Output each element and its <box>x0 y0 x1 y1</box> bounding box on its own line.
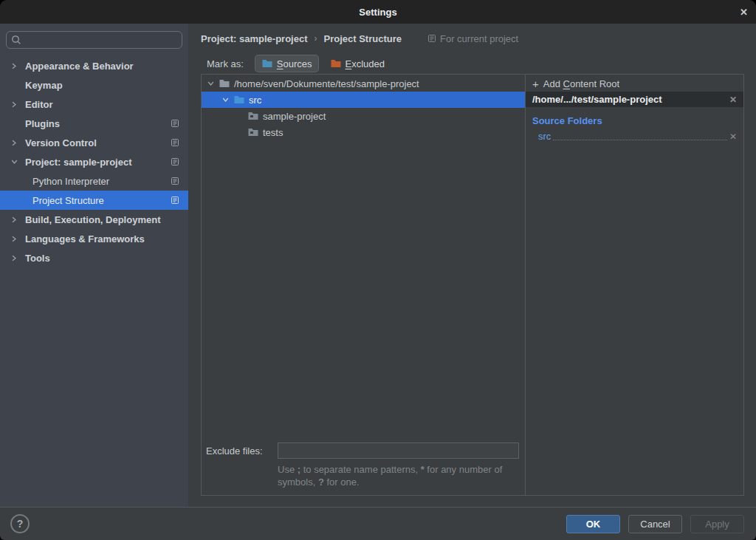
sidebar-item-version-control[interactable]: Version Control <box>0 133 188 152</box>
sidebar-item-python-interpreter[interactable]: Python Interpreter <box>0 171 188 191</box>
sidebar-item-label: Plugins <box>25 118 60 129</box>
project-settings-icon <box>171 133 179 152</box>
chevron-right-icon <box>11 56 17 75</box>
sidebar-item-label: Languages & Frameworks <box>25 233 145 245</box>
sidebar-item-build-execution-deployment[interactable]: Build, Execution, Deployment <box>0 210 188 229</box>
cancel-button[interactable]: Cancel <box>628 515 682 533</box>
exclude-files-hint: Use ; to separate name patterns, * for a… <box>278 464 525 489</box>
mark-as-sources-button[interactable]: Sources <box>255 55 318 72</box>
sidebar-item-label: Editor <box>25 99 53 110</box>
mark-as-label: Mark as: <box>207 58 244 69</box>
breadcrumb: Project: sample-project › Project Struct… <box>201 28 744 49</box>
folder-icon <box>247 110 259 122</box>
content-root-path-row[interactable]: /home/.../test/sample-project ✕ <box>526 92 743 107</box>
window-titlebar: Settings ✕ <box>0 0 756 24</box>
search-input[interactable] <box>25 35 177 46</box>
source-folder-name: src <box>538 131 551 142</box>
sidebar-item-plugins[interactable]: Plugins <box>0 114 188 133</box>
content-roots-panel: + Add Content Root /home/.../test/sample… <box>526 75 743 495</box>
sources-label: Sources <box>277 58 312 69</box>
content-root-tree-panel: /home/sven/Dokumente/test/sample-project… <box>202 75 526 495</box>
sidebar-item-project-sample-project[interactable]: Project: sample-project <box>0 152 188 171</box>
add-content-root-button[interactable]: + Add Content Root <box>526 76 743 92</box>
page-title: Project Structure <box>324 33 402 44</box>
source-folder-icon <box>233 94 245 106</box>
exclude-files-input[interactable] <box>278 442 519 459</box>
project-settings-icon <box>171 191 179 210</box>
dotted-leader <box>553 132 727 141</box>
chevron-right-icon <box>11 95 17 114</box>
remove-content-root-icon[interactable]: ✕ <box>729 95 737 105</box>
ok-button[interactable]: OK <box>566 515 620 533</box>
question-mark-icon: ? <box>17 518 24 530</box>
folder-icon <box>247 126 259 138</box>
mark-as-toolbar: Mark as: Sources Excluded <box>207 53 391 74</box>
excluded-folder-icon <box>330 58 342 69</box>
sidebar-item-label: Tools <box>25 253 50 264</box>
excluded-label: Excluded <box>346 58 385 69</box>
tree-row-src[interactable]: src <box>202 92 525 108</box>
settings-content: Project: sample-project › Project Struct… <box>188 24 756 507</box>
chevron-right-icon <box>11 229 17 248</box>
project-settings-icon <box>171 152 179 171</box>
sidebar-item-languages-frameworks[interactable]: Languages & Frameworks <box>0 229 188 248</box>
sidebar-item-editor[interactable]: Editor <box>0 95 188 114</box>
sidebar-item-label: Keymap <box>25 80 63 91</box>
remove-source-folder-icon[interactable]: ✕ <box>729 131 737 142</box>
sidebar-item-label: Project: sample-project <box>25 157 132 168</box>
sidebar-item-label: Python Interpreter <box>32 176 109 187</box>
help-button[interactable]: ? <box>10 514 30 533</box>
sidebar-item-project-structure[interactable]: Project Structure <box>0 191 188 210</box>
tree-node-label: tests <box>263 127 283 138</box>
sidebar-item-label: Version Control <box>25 137 97 148</box>
source-folders-heading: Source Folders <box>526 107 743 129</box>
sources-folder-icon <box>261 58 273 69</box>
sidebar-item-label: Appearance & Behavior <box>25 61 134 72</box>
apply-button[interactable]: Apply <box>690 515 744 533</box>
breadcrumb-project[interactable]: Project: sample-project <box>201 33 308 44</box>
folder-icon <box>219 78 230 89</box>
mark-as-excluded-button[interactable]: Excluded <box>324 55 391 72</box>
chevron-down-icon[interactable] <box>206 81 215 86</box>
add-content-root-label: Add Content Root <box>543 78 619 89</box>
dialog-footer: ? OK Cancel Apply <box>0 507 756 540</box>
tree-row-tests[interactable]: tests <box>202 124 525 140</box>
project-structure-panels: /home/sven/Dokumente/test/sample-project… <box>201 74 744 496</box>
window-title: Settings <box>359 7 396 18</box>
sidebar-item-label: Project Structure <box>32 195 104 206</box>
for-current-project-note: For current project <box>427 33 518 44</box>
settings-window: Settings ✕ Appearance & Behavior Keymap <box>0 0 756 540</box>
close-icon[interactable]: ✕ <box>740 0 748 24</box>
tree-node-label: /home/sven/Dokumente/test/sample-project <box>234 78 419 89</box>
tree-row-sample-project[interactable]: sample-project <box>202 108 525 124</box>
exclude-files-label: Exclude files: <box>206 445 272 457</box>
project-settings-icon <box>171 171 179 191</box>
chevron-right-icon <box>11 133 17 152</box>
chevron-right-icon <box>11 210 17 229</box>
plus-icon: + <box>532 78 539 89</box>
sidebar-item-keymap[interactable]: Keymap <box>0 75 188 95</box>
sidebar-item-tools[interactable]: Tools <box>0 248 188 267</box>
project-settings-icon <box>427 34 436 43</box>
settings-sidebar: Appearance & Behavior Keymap Editor Plug… <box>0 24 188 507</box>
tree-node-label: sample-project <box>263 111 326 122</box>
for-current-project-label: For current project <box>440 33 518 44</box>
content-root-path: /home/.../test/sample-project <box>532 94 662 105</box>
breadcrumb-separator: › <box>315 33 317 44</box>
footer-buttons: OK Cancel Apply <box>566 515 744 533</box>
directory-tree: /home/sven/Dokumente/test/sample-project… <box>202 75 525 140</box>
chevron-right-icon <box>11 248 17 267</box>
search-icon <box>11 35 21 45</box>
exclude-files-section: Exclude files: Use ; to separate name pa… <box>206 442 519 489</box>
sidebar-item-label: Build, Execution, Deployment <box>25 214 160 225</box>
sidebar-nav: Appearance & Behavior Keymap Editor Plug… <box>0 56 188 267</box>
chevron-down-icon <box>11 152 18 171</box>
tree-row-content-root[interactable]: /home/sven/Dokumente/test/sample-project <box>202 75 525 92</box>
source-folder-item-src[interactable]: src ✕ <box>526 129 743 144</box>
settings-dialog: Appearance & Behavior Keymap Editor Plug… <box>0 24 756 507</box>
tree-node-label: src <box>249 95 261 106</box>
chevron-down-icon[interactable] <box>221 97 230 103</box>
project-settings-icon <box>171 114 179 133</box>
sidebar-item-appearance-behavior[interactable]: Appearance & Behavior <box>0 56 188 75</box>
settings-search-box[interactable] <box>6 31 182 49</box>
